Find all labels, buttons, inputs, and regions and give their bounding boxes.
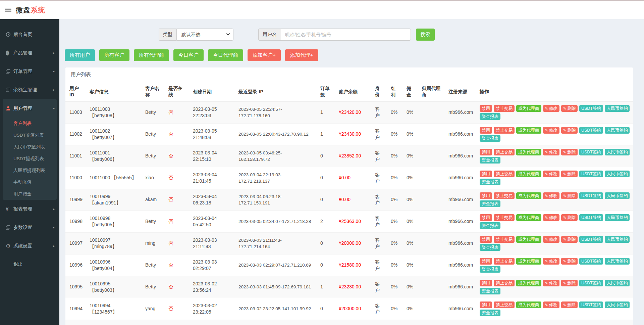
quick-action-4[interactable]: 今日代理商 xyxy=(208,49,243,61)
row-action-修改[interactable]: ✎修改 xyxy=(543,214,559,221)
brand-logo[interactable]: 微盘系统 xyxy=(16,5,45,15)
row-action-禁用[interactable]: 禁用 xyxy=(480,105,492,112)
row-action-USDT签约[interactable]: USDT签约 xyxy=(579,301,603,308)
row-action-修改[interactable]: ✎修改 xyxy=(543,258,559,265)
row-action-成为代理商[interactable]: 成为代理商 xyxy=(516,192,541,199)
row-action-资金报表[interactable]: 资金报表 xyxy=(480,266,500,273)
quick-action-3[interactable]: 今日客户 xyxy=(173,49,204,61)
row-action-禁止交易[interactable]: 禁止交易 xyxy=(494,149,515,155)
row-action-成为代理商[interactable]: 成为代理商 xyxy=(516,171,541,177)
row-action-修改[interactable]: ✎修改 xyxy=(543,280,559,286)
row-action-删除[interactable]: ✎删除 xyxy=(561,258,578,265)
row-action-禁止交易[interactable]: 禁止交易 xyxy=(494,171,515,177)
sidebar-item-3[interactable]: 余额宝管理▸ xyxy=(0,81,59,99)
row-action-成为代理商[interactable]: 成为代理商 xyxy=(516,149,541,155)
row-action-成为代理商[interactable]: 成为代理商 xyxy=(516,127,541,134)
quick-action-1[interactable]: 所有客户 xyxy=(99,49,129,61)
row-action-USDT签约[interactable]: USDT签约 xyxy=(579,171,603,177)
row-action-USDT签约[interactable]: USDT签约 xyxy=(579,258,603,265)
row-action-禁用[interactable]: 禁用 xyxy=(480,149,492,155)
row-action-资金报表[interactable]: 资金报表 xyxy=(480,244,500,251)
row-action-修改[interactable]: ✎修改 xyxy=(543,236,559,243)
row-action-禁止交易[interactable]: 禁止交易 xyxy=(494,258,515,265)
sidebar-subitem-0[interactable]: 客户列表 xyxy=(3,118,57,129)
row-action-删除[interactable]: ✎删除 xyxy=(561,301,578,308)
row-action-人民币签约[interactable]: 人民币签约 xyxy=(605,214,630,221)
row-action-删除[interactable]: ✎删除 xyxy=(561,105,578,112)
row-action-USDT签约[interactable]: USDT签约 xyxy=(579,149,603,155)
sidebar-item-8[interactable]: 退出 xyxy=(0,255,59,274)
row-action-USDT签约[interactable]: USDT签约 xyxy=(579,280,603,286)
row-action-禁用[interactable]: 禁用 xyxy=(480,192,492,199)
row-action-USDT签约[interactable]: USDT签约 xyxy=(579,127,603,134)
row-action-USDT签约[interactable]: USDT签约 xyxy=(579,236,603,243)
row-action-修改[interactable]: ✎修改 xyxy=(543,171,559,177)
row-action-修改[interactable]: ✎修改 xyxy=(543,192,559,199)
row-action-资金报表[interactable]: 资金报表 xyxy=(480,113,500,120)
row-action-人民币签约[interactable]: 人民币签约 xyxy=(605,192,630,199)
sidebar-subitem-6[interactable]: 用户赠金 xyxy=(3,188,57,200)
row-action-资金报表[interactable]: 资金报表 xyxy=(480,157,500,164)
row-action-成为代理商[interactable]: 成为代理商 xyxy=(516,258,541,265)
sidebar-subitem-2[interactable]: 人民币充值列表 xyxy=(3,141,57,153)
row-action-修改[interactable]: ✎修改 xyxy=(543,105,559,112)
quick-action-2[interactable]: 所有代理商 xyxy=(134,49,169,61)
row-action-人民币签约[interactable]: 人民币签约 xyxy=(605,280,630,286)
row-action-资金报表[interactable]: 资金报表 xyxy=(480,222,500,229)
row-action-禁用[interactable]: 禁用 xyxy=(480,280,492,286)
row-action-USDT签约[interactable]: USDT签约 xyxy=(579,214,603,221)
row-action-禁用[interactable]: 禁用 xyxy=(480,236,492,243)
row-action-删除[interactable]: ✎删除 xyxy=(561,192,578,199)
row-action-删除[interactable]: ✎删除 xyxy=(561,127,578,134)
row-action-成为代理商[interactable]: 成为代理商 xyxy=(516,236,541,243)
username-input[interactable] xyxy=(281,29,411,41)
row-action-人民币签约[interactable]: 人民币签约 xyxy=(605,236,630,243)
row-action-成为代理商[interactable]: 成为代理商 xyxy=(516,280,541,286)
row-action-禁止交易[interactable]: 禁止交易 xyxy=(494,105,515,112)
row-action-人民币签约[interactable]: 人民币签约 xyxy=(605,301,630,308)
sidebar-item-2[interactable]: 订单管理▸ xyxy=(0,62,59,81)
row-action-修改[interactable]: ✎修改 xyxy=(543,127,559,134)
row-action-禁止交易[interactable]: 禁止交易 xyxy=(494,192,515,199)
row-action-人民币签约[interactable]: 人民币签约 xyxy=(605,127,630,134)
row-action-人民币签约[interactable]: 人民币签约 xyxy=(605,171,630,177)
row-action-人民币签约[interactable]: 人民币签约 xyxy=(605,105,630,112)
row-action-人民币签约[interactable]: 人民币签约 xyxy=(605,149,630,155)
row-action-资金报表[interactable]: 资金报表 xyxy=(480,288,500,294)
sidebar-item-6[interactable]: 参数设置▸ xyxy=(0,218,59,237)
row-action-资金报表[interactable]: 资金报表 xyxy=(480,179,500,185)
sidebar-subitem-3[interactable]: USDT提现列表 xyxy=(3,153,57,165)
row-action-删除[interactable]: ✎删除 xyxy=(561,280,578,286)
sidebar-subitem-4[interactable]: 人民币提现列表 xyxy=(3,165,57,176)
sidebar-item-1[interactable]: ฿产品管理▸ xyxy=(0,44,59,62)
sidebar-subitem-5[interactable]: 手动充值 xyxy=(3,176,57,188)
sidebar-item-0[interactable]: 后台首页 xyxy=(0,25,59,44)
row-action-禁止交易[interactable]: 禁止交易 xyxy=(494,236,515,243)
type-select[interactable]: 默认不选 xyxy=(176,29,233,41)
row-action-资金报表[interactable]: 资金报表 xyxy=(480,200,500,207)
sidebar-item-5[interactable]: ¥报表管理▸ xyxy=(0,200,59,218)
search-button[interactable]: 搜索 xyxy=(416,29,435,41)
row-action-禁止交易[interactable]: 禁止交易 xyxy=(494,127,515,134)
hamburger-menu-icon[interactable] xyxy=(5,7,11,13)
quick-action-0[interactable]: 所有用户 xyxy=(65,49,95,61)
sidebar-item-7[interactable]: ⚙系统设置▸ xyxy=(0,237,59,255)
row-action-禁用[interactable]: 禁用 xyxy=(480,214,492,221)
quick-action-5[interactable]: 添加客户+ xyxy=(248,49,281,61)
row-action-人民币签约[interactable]: 人民币签约 xyxy=(605,258,630,265)
row-action-修改[interactable]: ✎修改 xyxy=(543,149,559,155)
sidebar-item-4[interactable]: 用户管理▸ xyxy=(3,99,57,118)
row-action-禁止交易[interactable]: 禁止交易 xyxy=(494,280,515,286)
quick-action-6[interactable]: 添加代理+ xyxy=(285,49,318,61)
row-action-修改[interactable]: ✎修改 xyxy=(543,301,559,308)
row-action-禁用[interactable]: 禁用 xyxy=(480,301,492,308)
row-action-禁用[interactable]: 禁用 xyxy=(480,171,492,177)
row-action-成为代理商[interactable]: 成为代理商 xyxy=(516,105,541,112)
row-action-禁用[interactable]: 禁用 xyxy=(480,127,492,134)
row-action-禁用[interactable]: 禁用 xyxy=(480,258,492,265)
row-action-删除[interactable]: ✎删除 xyxy=(561,214,578,221)
row-action-USDT签约[interactable]: USDT签约 xyxy=(579,105,603,112)
row-action-USDT签约[interactable]: USDT签约 xyxy=(579,192,603,199)
row-action-禁止交易[interactable]: 禁止交易 xyxy=(494,214,515,221)
sidebar-subitem-1[interactable]: USDT充值列表 xyxy=(3,129,57,141)
